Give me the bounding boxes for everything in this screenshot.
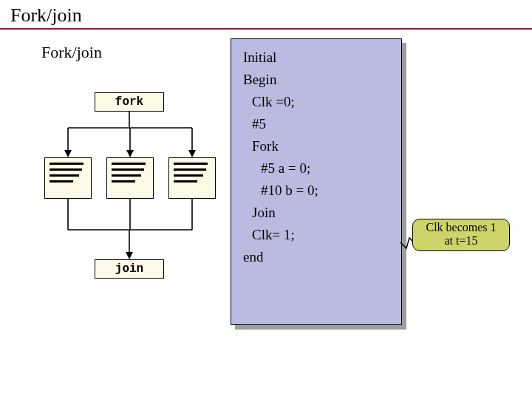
svg-marker-5 bbox=[126, 150, 134, 157]
section-subtitle: Fork/join bbox=[41, 43, 102, 62]
branch-3 bbox=[168, 157, 216, 199]
join-label: join bbox=[115, 262, 143, 276]
code-line: #5 a = 0; bbox=[243, 160, 401, 177]
annotation-callout: Clk becomes 1 at t=15 bbox=[412, 219, 510, 251]
code-line-icon bbox=[50, 180, 73, 183]
code-line: Begin bbox=[243, 72, 401, 88]
code-line-icon bbox=[50, 163, 83, 165]
branch-1 bbox=[44, 157, 92, 199]
code-line-icon bbox=[112, 180, 135, 183]
annotation-text: at t=15 bbox=[413, 234, 509, 248]
code-line: end bbox=[243, 249, 401, 265]
svg-marker-13 bbox=[126, 252, 133, 259]
code-line: Clk =0; bbox=[243, 94, 401, 110]
code-line: #5 bbox=[243, 116, 401, 132]
code-panel: Initial Begin Clk =0; #5 Fork #5 a = 0; … bbox=[231, 38, 402, 325]
code-line: Clk= 1; bbox=[243, 227, 401, 243]
annotation-text: Clk becomes 1 bbox=[413, 221, 509, 234]
title-rule bbox=[0, 28, 532, 30]
code-line-icon bbox=[174, 168, 206, 171]
code-line: Initial bbox=[243, 50, 401, 66]
code-line-icon bbox=[174, 174, 203, 177]
code-line-icon bbox=[50, 168, 82, 171]
fork-join-diagram: fork join bbox=[37, 92, 222, 284]
svg-marker-7 bbox=[188, 150, 196, 157]
fork-node: fork bbox=[95, 92, 164, 112]
code-line-icon bbox=[112, 174, 141, 177]
svg-marker-3 bbox=[64, 150, 72, 157]
code-line-icon bbox=[50, 174, 79, 177]
fork-label: fork bbox=[115, 95, 143, 109]
code-line-icon bbox=[112, 163, 146, 165]
branch-2 bbox=[106, 157, 154, 199]
code-line-icon bbox=[174, 163, 208, 165]
code-line: Join bbox=[243, 205, 401, 221]
page-title: Fork/join bbox=[10, 4, 532, 27]
code-line: Fork bbox=[243, 138, 401, 154]
code-line-icon bbox=[112, 168, 144, 171]
code-line-icon bbox=[174, 180, 197, 183]
title-bar: Fork/join bbox=[0, 0, 532, 27]
code-line: #10 b = 0; bbox=[243, 183, 401, 199]
join-node: join bbox=[95, 259, 164, 279]
